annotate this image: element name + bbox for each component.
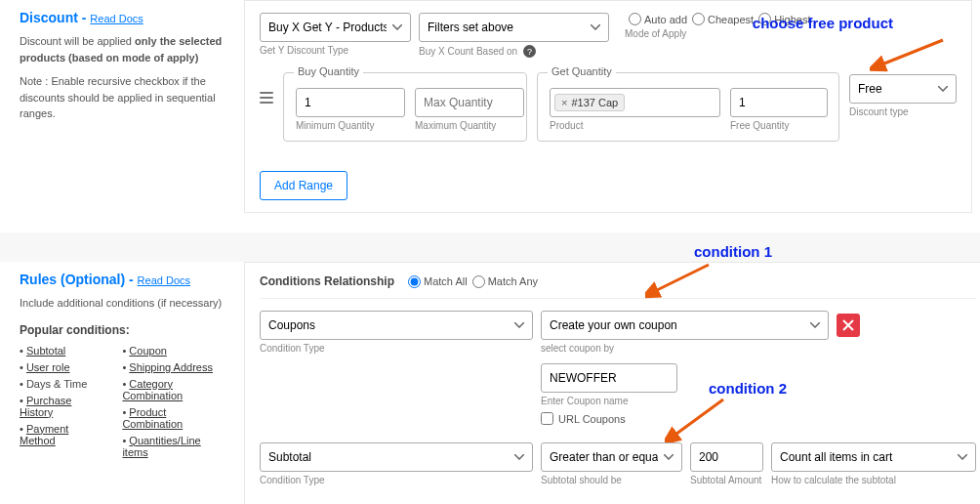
rules-title: Rules (Optional): [20, 272, 125, 287]
rules-desc: Include additional conditions (if necess…: [20, 295, 229, 312]
cond-list-2: • Coupon • Shipping Address • Category C…: [122, 345, 229, 463]
get-legend: Get Quantity: [548, 65, 616, 77]
help-icon[interactable]: ?: [523, 45, 536, 58]
filter-label: Buy X Count Based on ?: [419, 45, 609, 58]
product-chip: × #137 Cap: [554, 94, 625, 111]
c1-method-select[interactable]: Create your own coupon: [541, 311, 829, 340]
discount-type-select[interactable]: Free: [849, 74, 957, 104]
cond-link[interactable]: User role: [26, 361, 70, 373]
discount-title: Discount: [20, 10, 78, 25]
max-qty-input[interactable]: [415, 88, 524, 117]
discount-desc1: Discount will be applied only the select…: [20, 33, 229, 65]
rel-all-radio[interactable]: [408, 275, 421, 288]
url-coupons-checkbox[interactable]: [541, 412, 553, 425]
rel-label: Conditions Relationship: [260, 274, 394, 288]
coupon-input[interactable]: [541, 363, 677, 393]
cond-text: Days & Time: [26, 378, 87, 390]
close-icon: [842, 319, 854, 331]
chip-remove-icon[interactable]: ×: [561, 97, 567, 108]
cond-link[interactable]: Category Combination: [122, 378, 183, 401]
cond-link[interactable]: Payment Method: [20, 423, 68, 446]
buy-legend: Buy Quantity: [294, 65, 363, 77]
add-range-button[interactable]: Add Range: [260, 171, 347, 200]
delete-cond-button[interactable]: [837, 314, 860, 337]
rules-docs-link[interactable]: Read Docs: [138, 274, 190, 286]
filter-select[interactable]: Filters set above: [419, 13, 609, 42]
product-chip-box[interactable]: × #137 Cap: [550, 88, 720, 117]
rel-any-radio[interactable]: [472, 275, 485, 288]
cond-list-1: • Subtotal • User role • Days & Time • P…: [20, 345, 102, 463]
cond-link[interactable]: Shipping Address: [129, 361, 213, 373]
cond-link[interactable]: Coupon: [129, 345, 167, 357]
mode-cheap-radio[interactable]: [692, 13, 705, 25]
drag-handle-icon[interactable]: [260, 72, 273, 104]
get-fieldset: Get Quantity × #137 Cap Product F: [537, 72, 839, 142]
discount-desc2: Note : Enable recursive checkbox if the …: [20, 73, 229, 122]
buy-fieldset: Buy Quantity Minimum Quantity Maximum Qu…: [283, 72, 527, 142]
c2-amount-input[interactable]: [690, 442, 763, 472]
free-qty-input[interactable]: [730, 88, 828, 117]
mode-label: Mode of Apply: [625, 28, 810, 39]
discount-docs-link[interactable]: Read Docs: [90, 13, 143, 24]
mode-radio-group: Auto add Cheapest Highest: [625, 13, 810, 25]
min-qty-input[interactable]: [296, 88, 405, 117]
c2-calc-select[interactable]: Count all items in cart: [771, 442, 976, 472]
mode-auto-radio[interactable]: [629, 13, 641, 25]
c2-op-select[interactable]: Greater than or equal ( >= ): [541, 442, 682, 472]
cond-link[interactable]: Purchase History: [20, 395, 71, 418]
mode-high-radio[interactable]: [758, 13, 771, 25]
get-y-type-label: Get Y Discount Type: [260, 45, 411, 56]
get-y-type-select[interactable]: Buy X Get Y - Products: [260, 13, 411, 42]
c1-type-select[interactable]: Coupons: [260, 311, 533, 340]
cond-link[interactable]: Quantities/Line items: [122, 435, 200, 458]
popular-header: Popular conditions:: [20, 323, 229, 337]
cond-link[interactable]: Product Combination: [122, 406, 183, 430]
c2-type-select[interactable]: Subtotal: [260, 442, 533, 472]
cond-link[interactable]: Subtotal: [26, 345, 65, 357]
